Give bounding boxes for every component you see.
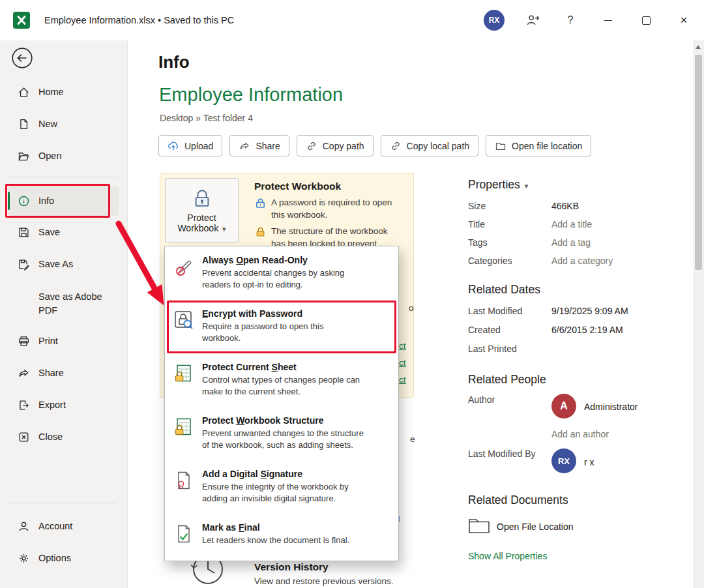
copy-local-path-button[interactable]: Copy local path	[381, 135, 479, 156]
property-row-last-printed: Last Printed	[468, 340, 551, 358]
clipped-unprotect-link[interactable]: ct	[399, 375, 406, 385]
options-gear-icon	[18, 552, 30, 565]
link-icon	[306, 140, 317, 152]
menu-item-protect-workbook-structure[interactable]: Protect Workbook Structure Prevent unwan…	[165, 410, 398, 463]
protect-structure-icon	[173, 417, 194, 463]
maximize-button[interactable]	[631, 0, 661, 40]
encrypt-password-lock-icon	[173, 310, 194, 357]
sidebar-item-save-as[interactable]: Save As	[8, 251, 119, 277]
save-as-icon	[18, 258, 30, 271]
sidebar-item-new[interactable]: New	[8, 111, 119, 137]
minimize-icon	[604, 20, 612, 21]
modifier-avatar: RX	[551, 448, 576, 473]
properties-header[interactable]: Properties▾	[468, 178, 528, 192]
mark-final-icon	[173, 523, 194, 557]
help-button[interactable]: ?	[555, 0, 585, 40]
password-required-icon	[254, 197, 267, 209]
read-only-pencil-icon	[173, 256, 194, 303]
property-row-title: Title Add a title	[468, 215, 592, 233]
structure-locked-icon	[254, 226, 267, 238]
breadcrumb: Desktop » Test folder 4	[160, 113, 253, 123]
home-icon	[18, 86, 30, 98]
menu-item-mark-as-final[interactable]: Mark as Final Let readers know the docum…	[165, 517, 398, 557]
clipped-text-fragment: e	[410, 434, 415, 444]
menu-item-description: Let readers know the document is final.	[202, 535, 349, 546]
related-dates-header: Related Dates	[468, 283, 540, 297]
menu-item-protect-current-sheet[interactable]: Protect Current Sheet Control what types…	[165, 357, 398, 410]
sidebar-item-home[interactable]: Home	[8, 79, 119, 105]
modifier-name: r x	[584, 457, 594, 467]
sidebar-item-print[interactable]: Print	[8, 328, 119, 354]
sidebar-item-save[interactable]: Save	[8, 219, 119, 245]
vertical-scrollbar[interactable]	[693, 40, 704, 588]
share-button[interactable]: Share	[229, 135, 289, 156]
sidebar-item-options[interactable]: Options	[8, 545, 119, 571]
clipped-text-fragment: o	[409, 303, 414, 313]
add-author-field[interactable]: Add an author	[551, 429, 609, 439]
sidebar-item-open[interactable]: Open	[8, 143, 119, 169]
property-row-size: Size 466KB	[468, 197, 579, 215]
sidebar-divider	[9, 503, 116, 503]
related-people-header: Related People	[468, 373, 546, 387]
protect-workbook-menu: Always Open Read-Only Prevent accidental…	[164, 246, 399, 561]
show-all-properties-link[interactable]: Show All Properties	[468, 551, 547, 561]
document-title: Employee Information.xlsx • Saved to thi…	[44, 0, 234, 40]
sidebar-divider	[9, 177, 116, 177]
chevron-down-icon: ▾	[222, 225, 226, 233]
author-label: Author	[468, 394, 495, 405]
password-status-text: A password is required to open this work…	[271, 196, 415, 221]
back-button[interactable]	[11, 47, 33, 69]
protect-lock-icon	[191, 188, 213, 210]
sidebar-item-save-as-adobe-pdf[interactable]: Save as Adobe PDF	[8, 286, 119, 322]
folder-icon	[468, 516, 490, 535]
related-documents-header: Related Documents	[468, 493, 568, 507]
account-icon	[18, 520, 30, 533]
sidebar-item-account[interactable]: Account	[8, 513, 119, 539]
author-avatar: A	[551, 394, 576, 419]
close-icon: ×	[680, 13, 687, 27]
protect-workbook-button[interactable]: Protect Workbook ▾	[165, 178, 239, 243]
chevron-down-icon: ▾	[525, 182, 529, 190]
minimize-button[interactable]	[593, 0, 623, 40]
close-window-button[interactable]: ×	[669, 0, 699, 40]
share-presence-icon[interactable]	[525, 13, 540, 27]
menu-item-encrypt-with-password[interactable]: Encrypt with Password Require a password…	[165, 303, 398, 357]
clipped-unprotect-link[interactable]: ct	[399, 341, 406, 351]
sidebar-item-share[interactable]: Share	[8, 360, 119, 386]
digital-signature-icon	[173, 470, 194, 517]
scroll-up-arrow-icon[interactable]	[696, 45, 701, 49]
info-icon	[18, 195, 30, 207]
share-arrow-icon	[239, 140, 250, 152]
menu-item-description: Require a password to open thisworkbook.	[202, 321, 323, 344]
open-folder-icon	[18, 150, 30, 162]
property-row-last-modified: Last Modified 9/19/2025 9:09 AM	[468, 302, 628, 320]
open-file-location-link[interactable]: Open File Location	[497, 522, 574, 532]
export-icon	[18, 399, 30, 411]
last-modified-by-label: Last Modified By	[468, 448, 536, 459]
copy-path-button[interactable]: Copy path	[297, 135, 374, 156]
property-row-created: Created 6/6/2015 2:19 AM	[468, 321, 623, 339]
folder-icon	[495, 140, 506, 152]
version-history-title[interactable]: Version History	[254, 561, 329, 573]
page-title: Info	[158, 52, 190, 72]
back-arrow-icon	[11, 47, 33, 69]
clipped-unprotect-link[interactable]: ct	[399, 358, 406, 368]
workbook-name: Employee Information	[159, 84, 343, 106]
link-icon	[390, 140, 402, 152]
protect-sheet-icon	[173, 363, 194, 410]
sidebar-item-export[interactable]: Export	[8, 392, 119, 418]
sidebar-item-info[interactable]: Info	[8, 186, 119, 216]
user-avatar[interactable]: RX	[484, 10, 505, 31]
menu-item-title: Protect Workbook Structure	[202, 415, 364, 426]
scrollbar-thumb[interactable]	[695, 55, 702, 270]
menu-item-description: Prevent accidental changes by askingread…	[202, 267, 344, 291]
open-file-location-button[interactable]: Open file location	[486, 135, 591, 156]
share-icon	[18, 367, 30, 379]
menu-item-title: Add a Digital Signature	[202, 469, 349, 479]
sidebar-item-close[interactable]: Close	[8, 424, 119, 450]
new-document-icon	[18, 118, 30, 130]
protect-card-title: Protect Workbook	[254, 181, 341, 192]
menu-item-always-open-read-only[interactable]: Always Open Read-Only Prevent accidental…	[165, 250, 398, 303]
upload-button[interactable]: Upload	[158, 135, 222, 156]
menu-item-add-digital-signature[interactable]: Add a Digital Signature Ensure the integ…	[165, 463, 398, 517]
